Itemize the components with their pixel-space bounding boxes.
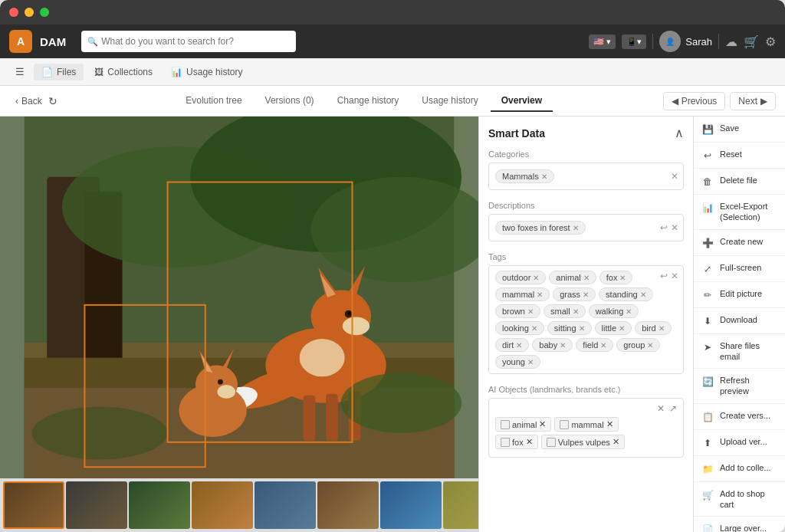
tag-remove-icon[interactable]: ✕: [659, 324, 665, 333]
description-remove-icon[interactable]: ✕: [573, 224, 579, 232]
tag-remove-icon[interactable]: ✕: [533, 274, 539, 282]
sidebar-item-files[interactable]: 📄 Files: [34, 64, 84, 80]
delete-file-icon: 🗑: [701, 176, 714, 188]
tag-remove-icon[interactable]: ✕: [531, 324, 537, 333]
description-undo-icon[interactable]: ↩: [660, 222, 668, 233]
categories-field[interactable]: Mammals ✕ ✕: [488, 163, 684, 190]
settings-icon[interactable]: ⚙: [765, 34, 776, 49]
fullscreen-button[interactable]: [40, 8, 49, 17]
cart-icon[interactable]: 🛒: [744, 34, 759, 49]
ai-tag-animal: animal ✕: [495, 417, 551, 432]
sidebar-item-usage-history[interactable]: 📊 Usage history: [163, 64, 250, 80]
back-button[interactable]: ‹ Back: [9, 93, 48, 110]
tag-remove-icon[interactable]: ✕: [626, 307, 632, 316]
tab-versions[interactable]: Versions (0): [255, 90, 325, 112]
tag-remove-icon[interactable]: ✕: [527, 307, 534, 316]
tag-remove-icon[interactable]: ✕: [560, 341, 566, 350]
tag-remove-icon[interactable]: ✕: [619, 274, 626, 282]
next-icon: ▶: [760, 96, 767, 107]
action-edit-picture[interactable]: ✏ Edit picture: [694, 282, 785, 308]
hamburger-button[interactable]: ☰: [9, 61, 31, 83]
action-delete-file[interactable]: 🗑 Delete file: [694, 169, 785, 195]
tag-remove-icon[interactable]: ✕: [600, 341, 606, 350]
tab-evolution-tree[interactable]: Evolution tree: [175, 90, 252, 112]
tag-remove-icon[interactable]: ✕: [583, 274, 590, 282]
tag-remove-icon[interactable]: ✕: [583, 291, 589, 299]
tab-usage-history[interactable]: Usage history: [411, 90, 488, 112]
action-add-to-collection[interactable]: 📁 Add to colle...: [694, 456, 785, 482]
action-share-files-email[interactable]: ➤ Share files email: [694, 334, 785, 369]
tag-remove-icon[interactable]: ✕: [516, 341, 522, 350]
device-button[interactable]: 📱▾: [622, 34, 646, 49]
action-excel-export[interactable]: 📊 Excel-Export (Selection): [694, 195, 785, 230]
tag-standing: standing ✕: [599, 287, 653, 301]
ai-remove-icon[interactable]: ✕: [539, 419, 546, 429]
full-screen-icon: ⤢: [701, 263, 714, 275]
tag-remove-icon[interactable]: ✕: [573, 307, 579, 316]
action-save[interactable]: 💾 Save: [694, 117, 785, 143]
descriptions-group: Descriptions two foxes in forest ✕ ↩ ✕: [488, 201, 684, 241]
search-icon: 🔍: [87, 37, 98, 47]
thumbnail-5[interactable]: [255, 481, 316, 529]
tags-field[interactable]: outdoor ✕ animal ✕ fox ✕ mammal ✕ grass …: [488, 265, 684, 374]
thumbnail-8[interactable]: [443, 481, 478, 529]
ai-remove-icon[interactable]: ✕: [606, 419, 613, 429]
action-download[interactable]: ⬇ Download: [694, 308, 785, 334]
tag-remove-icon[interactable]: ✕: [619, 324, 625, 333]
tag-remove-icon[interactable]: ✕: [647, 341, 653, 350]
close-button[interactable]: [9, 8, 18, 17]
previous-button[interactable]: ◀ Previous: [663, 92, 726, 110]
ai-remove-icon[interactable]: ✕: [526, 437, 533, 447]
ai-external-icon[interactable]: ↗: [669, 403, 677, 414]
action-full-screen[interactable]: ⤢ Full-screen: [694, 256, 785, 282]
add-to-cart-icon: 🛒: [701, 489, 714, 501]
prev-icon: ◀: [672, 96, 678, 107]
tag-remove-icon[interactable]: ✕: [640, 291, 646, 299]
ai-expand-icon[interactable]: ✕: [657, 403, 665, 414]
nav-divider: [652, 34, 653, 49]
ai-objects-field[interactable]: ✕ ↗ animal ✕ mammal: [488, 398, 684, 458]
action-large-overview-pdf[interactable]: 📄 Large over... PDF: [694, 517, 785, 532]
sidebar-item-collections[interactable]: 🖼 Collections: [87, 64, 160, 80]
action-upload-version[interactable]: ⬆ Upload ver...: [694, 430, 785, 456]
tab-overview[interactable]: Overview: [491, 90, 553, 112]
categories-label: Categories: [488, 149, 684, 159]
search-bar[interactable]: 🔍: [81, 31, 296, 52]
cloud-icon[interactable]: ☁: [725, 34, 737, 49]
save-label: Save: [720, 123, 739, 133]
thumbnail-2[interactable]: [66, 481, 127, 529]
panel-collapse-button[interactable]: ∧: [675, 126, 684, 140]
ai-remove-icon[interactable]: ✕: [613, 437, 619, 447]
next-button[interactable]: Next ▶: [730, 92, 776, 110]
tag-remove-icon[interactable]: ✕: [527, 358, 534, 366]
tags-clear-icon[interactable]: ✕: [671, 271, 678, 281]
action-refresh-preview[interactable]: 🔄 Refresh preview: [694, 369, 785, 404]
thumbnail-1[interactable]: [3, 481, 64, 529]
thumbnail-7[interactable]: [380, 481, 442, 529]
right-panel: Smart Data ∧ Categories Mammals ✕ ✕: [478, 117, 693, 532]
search-input[interactable]: [101, 36, 290, 47]
categories-clear-icon[interactable]: ✕: [671, 171, 678, 182]
tab-change-history[interactable]: Change history: [327, 90, 410, 112]
thumbnail-3[interactable]: [129, 481, 190, 529]
top-nav: A DAM 🔍 🇺🇸 ▾ 📱▾ 👤 Sarah ☁ 🛒 ⚙: [0, 25, 785, 58]
tag-remove-icon[interactable]: ✕: [537, 291, 543, 299]
action-reset[interactable]: ↩ Reset: [694, 143, 785, 169]
action-create-version[interactable]: 📋 Create vers...: [694, 404, 785, 430]
category-remove-icon[interactable]: ✕: [541, 172, 547, 181]
tag-looking: looking ✕: [495, 321, 544, 335]
ai-icon: [547, 438, 556, 447]
descriptions-field[interactable]: two foxes in forest ✕ ↩ ✕: [488, 214, 684, 241]
flag-button[interactable]: 🇺🇸 ▾: [589, 34, 616, 49]
action-create-new[interactable]: ➕ Create new: [694, 230, 785, 256]
tag-remove-icon[interactable]: ✕: [579, 324, 585, 333]
action-add-to-shop-cart[interactable]: 🛒 Add to shop cart: [694, 482, 785, 517]
app-logo: A: [9, 30, 32, 53]
minimize-button[interactable]: [25, 8, 34, 17]
description-clear-icon[interactable]: ✕: [671, 222, 678, 233]
tag-bird: bird ✕: [635, 321, 671, 335]
thumbnail-4[interactable]: [192, 481, 253, 529]
refresh-button[interactable]: ↻: [48, 95, 57, 107]
thumbnail-6[interactable]: [317, 481, 379, 529]
tags-undo-icon[interactable]: ↩: [660, 271, 668, 281]
